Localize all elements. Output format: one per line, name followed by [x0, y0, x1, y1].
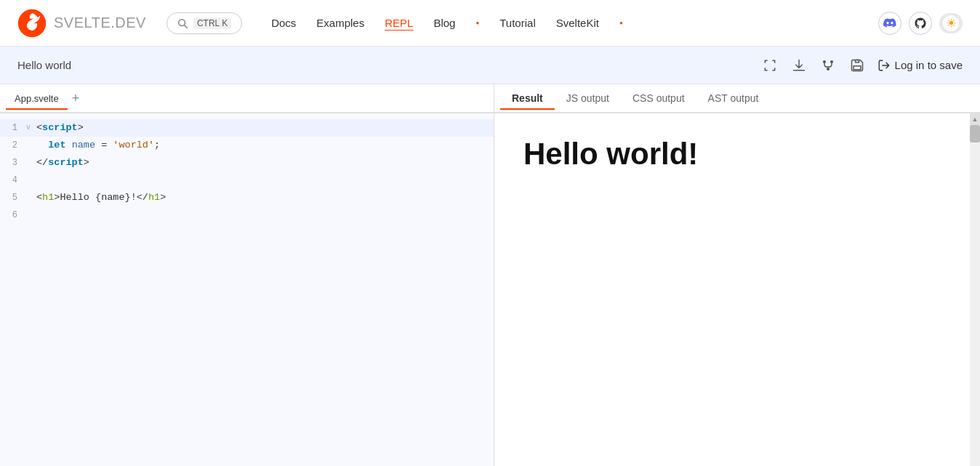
theme-toggle-knob: [943, 15, 959, 31]
code-line-1: 1 v <script>: [0, 119, 494, 137]
download-button[interactable]: [790, 57, 808, 74]
topnav: SVELTE.DEV CTRL K Docs Examples REPL Blo…: [0, 0, 980, 47]
nav-sveltekit[interactable]: SvelteKit: [556, 17, 599, 29]
discord-button[interactable]: [878, 12, 901, 35]
nav-tutorial[interactable]: Tutorial: [499, 17, 535, 29]
add-tab-button[interactable]: +: [68, 89, 84, 108]
search-shortcut: CTRL K: [193, 17, 231, 29]
svg-line-8: [948, 20, 949, 21]
theme-toggle-button[interactable]: [939, 13, 963, 33]
fork-icon: [821, 58, 835, 73]
github-icon: [914, 17, 927, 30]
line-num-4: 4: [0, 172, 26, 188]
code-editor[interactable]: 1 v <script> 2 let name = 'world'; 3 </s…: [0, 113, 494, 466]
add-tab-icon: +: [72, 91, 80, 106]
nav-examples[interactable]: Examples: [316, 17, 364, 29]
nav-dot-2: ●: [619, 20, 623, 26]
nav-blog[interactable]: Blog: [433, 17, 455, 29]
repl-toolbar: Hello world: [0, 47, 980, 84]
download-icon: [792, 58, 806, 73]
tab-js-output[interactable]: JS output: [555, 88, 621, 110]
left-panel: App.svelte + 1 v <script> 2 let name = '…: [0, 84, 494, 466]
tab-result[interactable]: Result: [500, 88, 555, 110]
fork-button[interactable]: [819, 57, 837, 74]
svelte-logo-icon: [17, 9, 47, 38]
scrollbar[interactable]: ▲: [970, 113, 980, 466]
code-line-3: 3 </script>: [0, 154, 494, 172]
output-heading: Hello world!: [523, 137, 951, 172]
svg-line-11: [948, 25, 949, 25]
line-code-2: let name = 'world';: [36, 137, 494, 153]
right-panel: Result JS output CSS output AST output H…: [494, 84, 980, 466]
search-icon: [177, 18, 188, 28]
editor-area: App.svelte + 1 v <script> 2 let name = '…: [0, 84, 980, 466]
line-num-5: 5: [0, 190, 26, 206]
login-arrow-icon: [877, 59, 891, 72]
scroll-up-arrow[interactable]: ▲: [970, 113, 980, 125]
tab-ast-output[interactable]: AST output: [696, 88, 771, 110]
repl-title: Hello world: [17, 59, 761, 71]
fullscreen-button[interactable]: [761, 57, 779, 74]
svg-line-10: [953, 20, 954, 21]
save-button[interactable]: [848, 57, 866, 74]
line-num-2: 2: [0, 137, 26, 153]
nav-dot-1: ●: [475, 20, 479, 26]
login-text: Log in to save: [895, 59, 963, 71]
nav-docs[interactable]: Docs: [271, 17, 296, 29]
sun-icon: [947, 18, 956, 28]
line-num-6: 6: [0, 207, 26, 223]
svg-rect-15: [855, 60, 859, 62]
logo-link[interactable]: SVELTE.DEV: [17, 9, 146, 38]
login-button[interactable]: Log in to save: [877, 59, 963, 72]
search-button[interactable]: CTRL K: [166, 12, 242, 34]
code-line-6: 6: [0, 206, 494, 224]
logo-text: SVELTE.DEV: [54, 15, 146, 31]
file-tab-app-svelte[interactable]: App.svelte: [6, 89, 68, 110]
svg-point-3: [949, 21, 952, 25]
line-num-3: 3: [0, 155, 26, 171]
svg-line-9: [953, 25, 954, 25]
repl-actions: Log in to save: [761, 57, 963, 74]
nav-icons: [878, 12, 963, 35]
line-toggle-1[interactable]: v: [26, 120, 36, 136]
nav-links: Docs Examples REPL Blog ● Tutorial Svelt…: [271, 17, 623, 29]
save-icon: [850, 58, 864, 73]
svg-line-2: [185, 25, 188, 28]
fullscreen-icon: [763, 58, 777, 73]
svg-rect-16: [854, 65, 861, 69]
scroll-thumb[interactable]: [970, 125, 980, 142]
code-line-4: 4: [0, 172, 494, 189]
discord-icon: [883, 17, 896, 30]
line-code-5: <h1>Hello {name}!</h1>: [36, 190, 494, 206]
output-tabs: Result JS output CSS output AST output: [494, 84, 980, 113]
line-num-1: 1: [0, 120, 26, 136]
github-button[interactable]: [909, 12, 932, 35]
code-line-5: 5 <h1>Hello {name}!</h1>: [0, 189, 494, 206]
file-tabs: App.svelte +: [0, 84, 494, 113]
file-tab-label: App.svelte: [15, 93, 59, 104]
tab-css-output[interactable]: CSS output: [621, 88, 696, 110]
line-code-1: <script>: [36, 120, 494, 136]
code-line-2: 2 let name = 'world';: [0, 137, 494, 154]
line-code-3: </script>: [36, 155, 494, 171]
output-content: Hello world! ▲: [494, 113, 980, 466]
nav-repl[interactable]: REPL: [385, 17, 413, 29]
